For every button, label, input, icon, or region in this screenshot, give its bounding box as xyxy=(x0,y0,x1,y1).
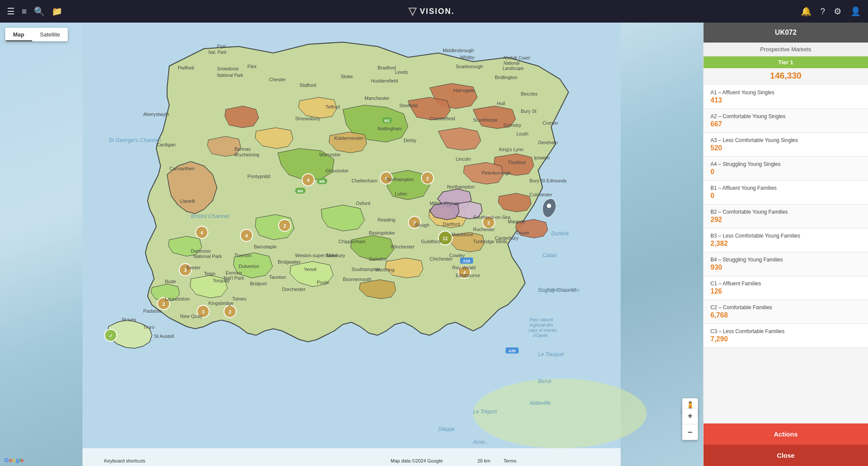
svg-text:Exeter: Exeter xyxy=(187,265,201,270)
satellite-tab[interactable]: Satellite xyxy=(32,28,68,41)
svg-text:Whitby: Whitby xyxy=(460,55,475,60)
segment-count: 0 xyxy=(710,168,861,176)
segment-item-b4: B4 – Struggling Young Families 930 xyxy=(704,252,868,276)
map-area[interactable]: English Channel xyxy=(0,23,703,466)
svg-text:Norfolk Coast: Norfolk Coast xyxy=(503,56,530,60)
svg-text:Kidderminster: Kidderminster xyxy=(334,136,364,141)
svg-text:Pontypridd: Pontypridd xyxy=(247,174,270,179)
svg-text:régional des: régional des xyxy=(529,323,553,327)
svg-text:Truro: Truro xyxy=(143,324,155,330)
folder-icon[interactable]: 📁 xyxy=(52,6,62,17)
svg-text:Barnstaple: Barnstaple xyxy=(254,244,277,249)
svg-text:Chester: Chester xyxy=(269,77,286,82)
svg-text:Guildford: Guildford xyxy=(421,239,441,244)
svg-text:Aberystwyth: Aberystwyth xyxy=(143,112,169,117)
svg-text:2: 2 xyxy=(426,176,429,181)
svg-text:Dartford: Dartford xyxy=(443,221,460,227)
segment-count: 0 xyxy=(710,192,861,200)
segment-item-b3: B3 – Less Comfortable Young Families 2,3… xyxy=(704,228,868,252)
segment-name: B3 – Less Comfortable Young Families xyxy=(710,233,861,239)
segment-count: 413 xyxy=(710,96,861,104)
svg-text:Middlesbrough: Middlesbrough xyxy=(443,48,474,53)
map-toggle[interactable]: Map Satellite xyxy=(5,28,68,41)
svg-text:4: 4 xyxy=(201,230,204,235)
svg-text:Bridlington: Bridlington xyxy=(495,75,517,80)
svg-text:Tiverton: Tiverton xyxy=(234,253,251,258)
segment-item-a4: A4 – Struggling Young Singles 0 xyxy=(704,157,868,181)
svg-text:Exmoor: Exmoor xyxy=(226,270,242,275)
svg-text:Basingstoke: Basingstoke xyxy=(369,230,395,235)
help-icon[interactable]: ? xyxy=(820,7,825,17)
svg-text:Luton: Luton xyxy=(395,191,407,196)
svg-text:Le Tréport: Le Tréport xyxy=(473,409,497,415)
nav-left-icons: ☰ ≡ 🔍 📁 xyxy=(7,6,62,17)
app-title: VISION. xyxy=(420,7,454,16)
zoom-in-button[interactable]: + xyxy=(682,409,698,424)
svg-text:d'Opale: d'Opale xyxy=(533,333,548,338)
map-tab[interactable]: Map xyxy=(5,28,32,41)
segment-item-a1: A1 – Affluent Young Singles 413 xyxy=(704,85,868,109)
svg-text:Lincoln: Lincoln xyxy=(456,156,471,162)
svg-text:Gloucester: Gloucester xyxy=(326,168,349,173)
svg-text:Flint: Flint xyxy=(247,64,256,69)
map-terms[interactable]: Terms xyxy=(503,458,516,463)
segment-item-b2: B2 – Comfortable Young Families 292 xyxy=(704,205,868,228)
svg-text:Boulogne-sur-Mer: Boulogne-sur-Mer xyxy=(538,287,580,293)
svg-text:Bridgwater: Bridgwater xyxy=(278,259,301,264)
svg-text:Hull: Hull xyxy=(497,101,505,106)
list-icon[interactable]: ≡ xyxy=(22,7,27,17)
zoom-out-button[interactable]: − xyxy=(682,424,698,440)
svg-text:Colchester: Colchester xyxy=(529,192,552,197)
svg-text:St Austell: St Austell xyxy=(154,334,174,339)
svg-text:Swindon: Swindon xyxy=(369,256,387,261)
segment-item-c1: C1 – Affluent Families 126 xyxy=(704,276,868,300)
bell-icon[interactable]: 🔔 xyxy=(801,6,812,17)
svg-text:Taunton: Taunton xyxy=(269,274,286,280)
panel-id: UK072 xyxy=(775,29,797,36)
svg-text:Shrewsbury: Shrewsbury xyxy=(295,116,321,121)
svg-text:National Park: National Park xyxy=(193,254,222,259)
search-icon[interactable]: 🔍 xyxy=(34,6,45,17)
svg-text:Manchester: Manchester xyxy=(365,96,390,101)
panel-header: UK072 xyxy=(704,23,868,43)
svg-text:✓: ✓ xyxy=(109,333,113,338)
segment-name: A1 – Affluent Young Singles xyxy=(710,89,861,96)
svg-text:Dulverton: Dulverton xyxy=(239,264,259,269)
svg-text:New Quay: New Quay xyxy=(180,314,203,319)
svg-text:Amie...: Amie... xyxy=(473,439,489,445)
user-icon[interactable]: 👤 xyxy=(850,6,861,17)
svg-text:Winchester: Winchester xyxy=(391,244,414,249)
svg-text:Oxford: Oxford xyxy=(356,201,370,206)
svg-text:Reading: Reading xyxy=(378,217,395,222)
close-button[interactable]: Close xyxy=(704,445,868,466)
keyboard-shortcuts[interactable]: Keyboard shortcuts xyxy=(104,458,145,463)
settings-icon[interactable]: ⚙ xyxy=(834,6,842,17)
segment-item-c2: C2 – Comfortable Families 6,768 xyxy=(704,300,868,324)
svg-text:2: 2 xyxy=(229,309,231,314)
svg-text:Bristol Channel: Bristol Channel xyxy=(191,213,230,219)
segment-name: A4 – Struggling Young Singles xyxy=(710,161,861,167)
segment-name: C1 – Affluent Families xyxy=(710,281,861,287)
menu-icon[interactable]: ☰ xyxy=(7,6,15,17)
svg-text:Grimsby: Grimsby xyxy=(503,122,521,128)
svg-text:Brycheiniog: Brycheiniog xyxy=(234,152,259,157)
svg-text:Eryri: Eryri xyxy=(217,44,226,49)
svg-text:Poole: Poole xyxy=(317,280,329,285)
top-navigation: ☰ ≡ 🔍 📁 ▽ VISION. 🔔 ? ⚙ 👤 xyxy=(0,0,868,23)
svg-text:Llanelli: Llanelli xyxy=(180,198,195,204)
svg-text:Stafford: Stafford xyxy=(299,83,316,88)
actions-button[interactable]: Actions xyxy=(704,423,868,445)
svg-rect-166 xyxy=(82,448,621,466)
tier-badge: Tier 1 xyxy=(704,56,868,68)
svg-text:A26: A26 xyxy=(509,349,516,353)
svg-text:Padstow: Padstow xyxy=(143,308,161,314)
svg-text:Weston-super-Mare: Weston-super-Mare xyxy=(295,253,337,258)
svg-text:Slough: Slough xyxy=(414,222,429,228)
right-panel: UK072 Prospective Markets Tier 1 146,330… xyxy=(703,23,868,466)
segment-count: 292 xyxy=(710,216,861,224)
svg-text:Dereham: Dereham xyxy=(538,140,558,145)
svg-text:Roy-Weald: Roy-Weald xyxy=(452,265,476,270)
logo-chevron-icon: ▽ xyxy=(408,5,417,17)
segment-count: 667 xyxy=(710,120,861,128)
segment-count: 930 xyxy=(710,264,861,271)
